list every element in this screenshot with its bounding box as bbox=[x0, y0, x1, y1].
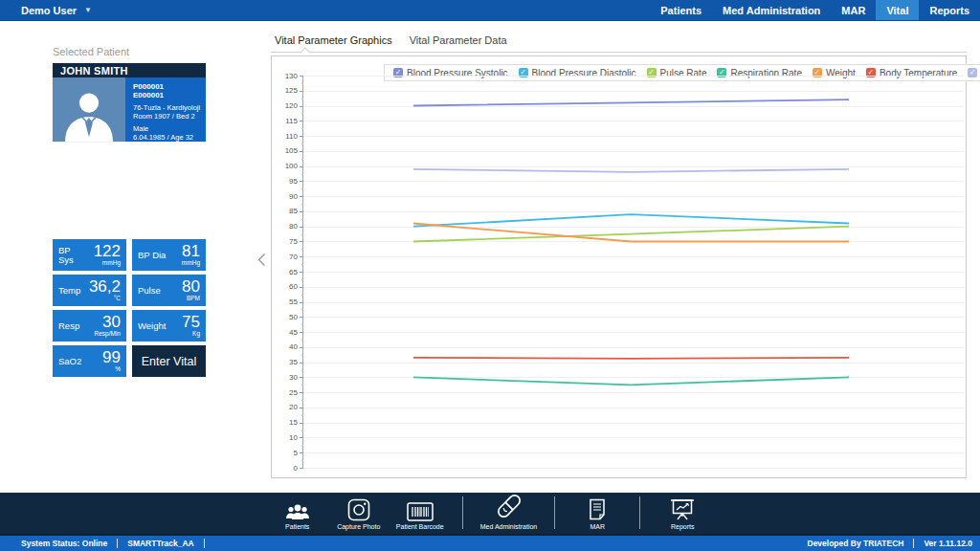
nav-med-administration[interactable]: Med Administration bbox=[712, 0, 831, 20]
y-axis-label: 110 bbox=[272, 133, 298, 141]
nav-reports[interactable]: Reports bbox=[919, 0, 980, 20]
vital-tile-resp[interactable]: Resp 30Resp/Min bbox=[53, 310, 126, 342]
panel-collapse-handle[interactable] bbox=[255, 250, 268, 269]
vital-value: 122 bbox=[94, 243, 121, 259]
vital-unit: BPM bbox=[187, 296, 200, 302]
y-axis-label: 75 bbox=[272, 238, 298, 246]
y-axis-label: 55 bbox=[272, 298, 298, 306]
tab-vital-parameter-data[interactable]: Vital Parameter Data bbox=[410, 34, 507, 46]
nav-mar[interactable]: MAR bbox=[831, 0, 876, 20]
y-axis-label: 115 bbox=[272, 118, 298, 125]
vital-unit: mmHg bbox=[182, 260, 200, 267]
patient-card[interactable]: JOHN SMITH P000001 E000001 76-Tuzla - Ka… bbox=[53, 63, 206, 142]
top-bar: Demo User ▼ Patients Med Administration … bbox=[0, 0, 980, 21]
vital-label: SaO2 bbox=[58, 357, 87, 366]
y-axis-label: 105 bbox=[272, 147, 298, 155]
toolbar-item-label: MAR bbox=[590, 523, 605, 530]
toolbar-item-patient-barcode[interactable]: Patient Barcode bbox=[395, 502, 445, 530]
toolbar-item-label: Patients bbox=[285, 523, 309, 530]
y-axis-label: 65 bbox=[272, 269, 298, 276]
app-name: SMARTTrack_AA bbox=[127, 539, 193, 548]
nav-vital[interactable]: Vital bbox=[876, 0, 919, 20]
vital-unit: mmHg bbox=[102, 260, 121, 267]
toolbar-item-label: Patient Barcode bbox=[396, 523, 444, 530]
selected-patient-label: Selected Patient bbox=[53, 46, 129, 57]
statusbar-divider bbox=[204, 539, 205, 548]
vital-tile-bp-dia[interactable]: BP Dia 81mmHg bbox=[132, 239, 206, 271]
y-axis-label: 70 bbox=[272, 253, 298, 261]
y-axis-label: 100 bbox=[272, 163, 298, 170]
developer-credit: Developed By TRIATECH bbox=[808, 539, 904, 548]
toolbar-divider bbox=[639, 496, 640, 529]
toolbar-item-capture-photo[interactable]: Capture Photo bbox=[334, 498, 384, 530]
y-axis-label: 95 bbox=[272, 178, 298, 186]
toolbar-item-label: Med Administration bbox=[480, 523, 538, 530]
enter-vital-button[interactable]: Enter Vital bbox=[132, 345, 206, 377]
system-status: System Status: Online bbox=[21, 539, 107, 548]
y-axis-label: 40 bbox=[272, 343, 298, 351]
chevron-left-icon bbox=[257, 253, 266, 267]
vital-unit: % bbox=[115, 366, 121, 373]
patients-icon bbox=[285, 502, 310, 521]
legend-checkbox-icon[interactable]: ✓ bbox=[968, 68, 977, 77]
vital-tile-temp[interactable]: Temp 36,2°C bbox=[53, 275, 126, 306]
y-axis-label: 125 bbox=[272, 87, 298, 95]
vital-tile-weight[interactable]: Weight 75Kg bbox=[132, 310, 206, 342]
series-line bbox=[413, 99, 849, 105]
patient-card-body: P000001 E000001 76-Tuzla - Kardiyoloji R… bbox=[53, 77, 206, 142]
vital-value: 99 bbox=[102, 349, 121, 365]
app-version: Ver 1.11.12.0 bbox=[924, 539, 972, 548]
legend-item[interactable]: ✓SaO2 bbox=[968, 68, 980, 78]
vital-label: Resp bbox=[58, 321, 87, 331]
patient-number: P000001 bbox=[133, 82, 206, 91]
vital-tile-bp-sys[interactable]: BP Sys 122mmHg bbox=[53, 239, 126, 271]
vital-value: 81 bbox=[182, 243, 200, 259]
toolbar-item-med-administration[interactable]: Med Administration bbox=[480, 491, 538, 530]
vital-tile-pulse[interactable]: Pulse 80BPM bbox=[132, 275, 206, 306]
toolbar-divider bbox=[554, 496, 555, 529]
top-nav: Patients Med Administration MAR Vital Re… bbox=[650, 0, 980, 20]
y-axis-label: 130 bbox=[272, 73, 298, 80]
statusbar-divider bbox=[913, 539, 914, 548]
chart-lines bbox=[303, 76, 964, 468]
vital-tiles: BP Sys 122mmHg BP Dia 81mmHg Temp 36,2°C… bbox=[53, 239, 206, 377]
series-line bbox=[413, 377, 849, 385]
episode-number: E000001 bbox=[133, 91, 206, 99]
vital-label: BP Dia bbox=[138, 251, 167, 260]
y-axis-label: 20 bbox=[272, 404, 298, 411]
series-line bbox=[413, 358, 849, 359]
y-axis-label: 0 bbox=[272, 465, 298, 473]
toolbar-item-mar[interactable]: MAR bbox=[572, 498, 622, 530]
vital-label: Temp bbox=[58, 286, 87, 296]
y-axis-label: 45 bbox=[272, 329, 298, 337]
y-axis-label: 10 bbox=[272, 434, 298, 442]
toolbar-item-reports[interactable]: Reports bbox=[657, 498, 707, 530]
vital-value: 36,2 bbox=[89, 278, 121, 295]
status-bar: System Status: Online SMARTTrack_AA Deve… bbox=[0, 534, 980, 551]
nav-patients[interactable]: Patients bbox=[650, 0, 712, 20]
vital-value: 75 bbox=[182, 314, 200, 330]
y-axis-label: 15 bbox=[272, 419, 298, 427]
patient-info: P000001 E000001 76-Tuzla - Kardiyoloji R… bbox=[125, 77, 206, 142]
camera-icon bbox=[347, 498, 370, 521]
capsule-icon bbox=[494, 491, 524, 521]
patient-photo bbox=[53, 77, 125, 142]
y-axis-tick bbox=[300, 468, 303, 469]
vital-unit: Resp/Min bbox=[95, 331, 121, 338]
report-chart-icon bbox=[670, 498, 695, 521]
vital-unit: °C bbox=[114, 296, 121, 302]
toolbar-item-patients[interactable]: Patients bbox=[273, 502, 323, 530]
vital-tile-sao2[interactable]: SaO2 99% bbox=[53, 345, 126, 377]
tab-vital-parameter-graphics[interactable]: Vital Parameter Graphics bbox=[275, 34, 392, 46]
patient-gender: Male bbox=[133, 124, 206, 133]
y-axis-label: 85 bbox=[272, 208, 298, 215]
user-menu[interactable]: Demo User ▼ bbox=[0, 0, 92, 20]
series-line bbox=[413, 169, 849, 172]
toolbar-item-label: Capture Photo bbox=[337, 523, 380, 530]
user-name: Demo User bbox=[21, 5, 77, 16]
document-icon bbox=[588, 498, 607, 521]
bottom-toolbar: Patients Capture Photo Patient Barcode M… bbox=[0, 493, 980, 534]
statusbar-divider bbox=[117, 539, 118, 548]
series-line bbox=[413, 214, 849, 227]
vital-value: 30 bbox=[102, 314, 121, 330]
